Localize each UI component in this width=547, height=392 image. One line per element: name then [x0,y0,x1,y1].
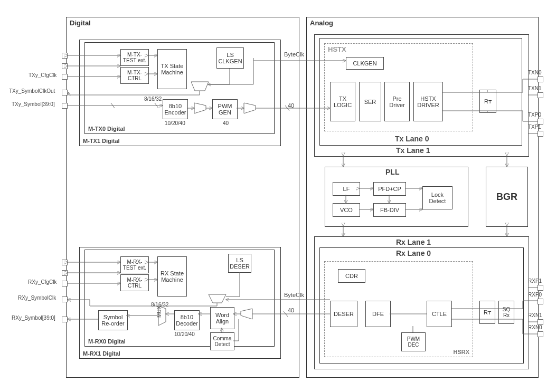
hstx-driver: HSTX DRIVER [413,82,443,121]
mtx-ctrl: M-TX- CTRL [120,67,149,84]
port-anon1 [62,53,68,59]
port-anon2 [62,63,68,69]
port-rxp1 [537,285,543,291]
lbl-rxp1: RXP1 [528,278,542,284]
lbl-rxy-cfgclk: RXy_CfgClk [28,279,56,285]
lbl-102040-rx: 10/20/40 [174,331,195,337]
hstx-clkgen: CLKGEN [346,57,384,70]
mrx1-label: M-RX1 Digital [83,350,120,357]
mrx-test: M-RX- TEST ext. [120,256,149,273]
lbl-rxy-symbol: RXy_Symbol[39:0] [12,315,55,321]
tx-lane0-label: Tx Lane 0 [395,135,429,143]
dfe: DFE [365,301,391,327]
rx-sm: RX State Machine [157,256,187,297]
dec8b10: 8b10 Decoder [174,310,200,330]
port-rxy-symbol [62,317,68,322]
word-align: Word Align [210,307,234,329]
diagram-canvas: Digital Analog M-TX1 Digital M-TX0 Digit… [0,0,547,392]
hstx-title: HSTX [328,45,346,53]
pll-lf: LF [333,182,360,196]
lbl-txy-cfgclk: TXy_CfgClk [29,72,56,78]
lbl-byteclk-tx: ByteClk [284,51,304,58]
port-txy-symbol [62,103,68,109]
ls-clkgen: LS CLKGEN [216,47,244,69]
port-rxy-cfgclk [62,281,68,286]
pwm-gen: PWM GEN [212,99,238,119]
pll-fbdiv: FB-DIV [373,203,406,217]
port-txn0 [537,77,543,82]
enc8b10: 8b10 Encoder [163,99,188,119]
sym-reorder: Symbol Re-order [98,310,128,330]
port-txy-cfgclk [62,74,68,80]
lbl-rxp0: RXP0 [528,292,542,298]
lbl-txp0: TXP0 [528,112,541,118]
tx-lane1-label: Tx Lane 1 [396,146,430,155]
mtx-test: M-TX- TEST ext. [120,49,149,66]
lbl-40-tx: 40 [288,102,294,109]
rx-rt: Rᴛ [479,301,495,324]
port-rxn0 [537,331,543,337]
port-txp1 [537,131,543,137]
digital-title: Digital [70,19,91,27]
lbl-rxn1: RXN1 [528,312,542,318]
pre-driver: Pre Driver [384,82,410,121]
tx-logic: TX LOGIC [330,82,355,121]
port-anon3 [62,260,68,265]
lbl-rxn0: RXN0 [528,324,542,330]
ser: SER [359,82,381,121]
port-anon4 [62,270,68,276]
rx-lane0-label: Rx Lane 0 [396,249,431,257]
cdr: CDR [338,269,365,283]
lbl-txp1: TXP1 [528,124,541,130]
tx-rt: Rᴛ [479,90,496,113]
deser: DESER [330,301,357,327]
lbl-102040-tx: 10/20/40 [165,120,185,126]
port-rxp0 [537,299,543,304]
port-txn1 [537,92,543,98]
lbl-txn1: TXN1 [528,85,542,91]
rx-lane1-label: Rx Lane 1 [396,238,431,246]
mrx-ctrl: M-RX- CTRL [120,274,149,291]
lbl-txn0: TXN0 [528,70,542,75]
mrx0-label: M-RX0 Digital [88,338,126,345]
mtx0-label: M-TX0 Digital [88,126,125,132]
lbl-txy-symclkout: TXy_SymbolClkOut [9,88,55,94]
pll-pfdcp: PFD+CP [373,182,406,196]
lbl-txy-symbol: TXy_Symbol[39:0] [12,101,55,107]
lbl-byteclk-rx: ByteClk [284,292,304,298]
port-txy-symclkout [62,90,68,95]
sq-rx: SQ Rx [498,301,514,324]
ctle: CTLE [427,301,452,327]
port-rxy-symclk [62,297,68,302]
pll-title: PLL [385,168,399,176]
lbl-81632-rx: 8/16/32 [151,302,168,308]
mtx1-label: M-TX1 Digital [83,138,120,144]
analog-title: Analog [310,19,333,27]
tx-sm: TX State Machine [157,49,187,89]
lbl-81632-tx: 8/16/32 [144,96,162,102]
bgr-block: BGR [486,167,528,227]
lbl-40-rx: 40 [288,307,294,313]
hsrx-title: HSRX [453,349,469,355]
lbl-40-tx2: 40 [223,120,229,126]
pwm-dec: PWM DEC [401,332,426,351]
pll-vco: VCO [333,203,360,217]
comma-detect: Comma Detect [210,332,234,350]
pll-lock: Lock Detect [422,186,452,209]
lbl-rxy-symclk: RXy_SymbolClk [18,295,56,301]
ls-deser: LS DESER [228,254,251,273]
